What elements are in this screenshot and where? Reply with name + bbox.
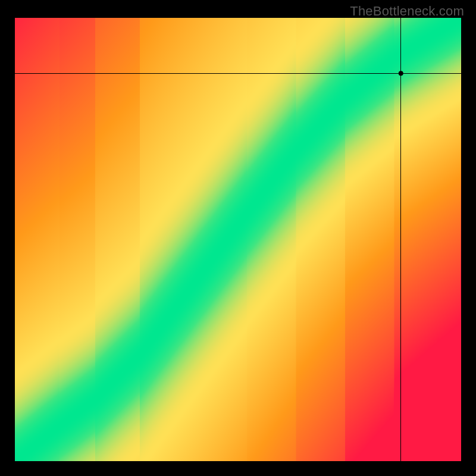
heatmap-plot xyxy=(15,18,461,461)
crosshair-dot xyxy=(15,18,461,461)
crosshair-vertical xyxy=(400,18,401,461)
chart-container: TheBottleneck.com xyxy=(0,0,476,476)
crosshair-horizontal xyxy=(15,73,461,74)
watermark-text: TheBottleneck.com xyxy=(350,4,464,19)
